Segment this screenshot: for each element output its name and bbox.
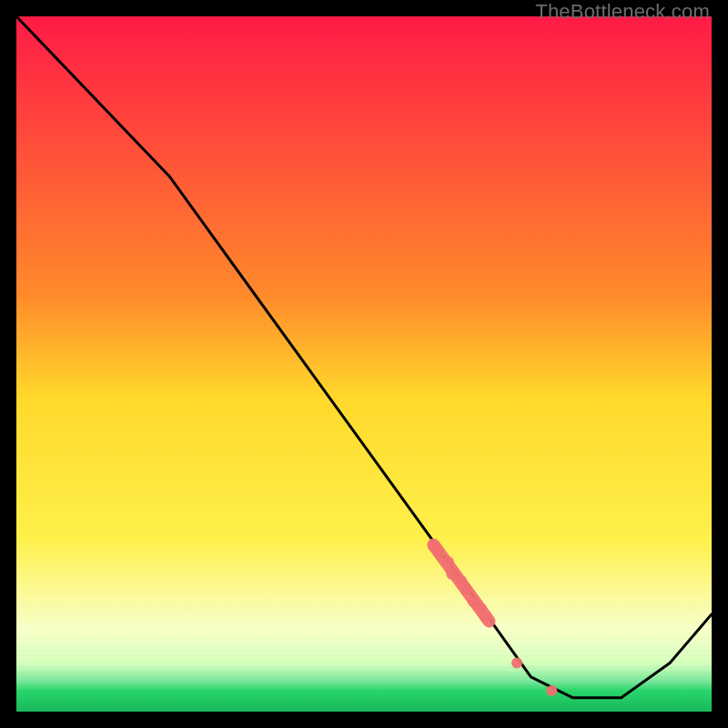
grid-line [16,659,712,660]
grid-line [16,648,712,649]
grid-line [16,664,712,665]
watermark-text: TheBottleneck.com [535,0,710,24]
highlight-dot [468,596,479,607]
plot-area [16,16,712,712]
highlight-dot [511,658,522,669]
gradient-background [16,16,712,712]
grid-line [16,642,712,643]
highlight-dot [461,584,472,595]
highlight-dot [446,569,457,580]
highlight-dot [546,685,557,696]
grid-line [16,653,712,654]
highlight-dot [480,612,490,622]
chart-svg [16,16,712,712]
chart-frame: TheBottleneck.com [0,0,728,728]
grid-line [16,670,712,671]
highlight-dot [434,548,445,559]
highlight-dot [443,557,454,568]
